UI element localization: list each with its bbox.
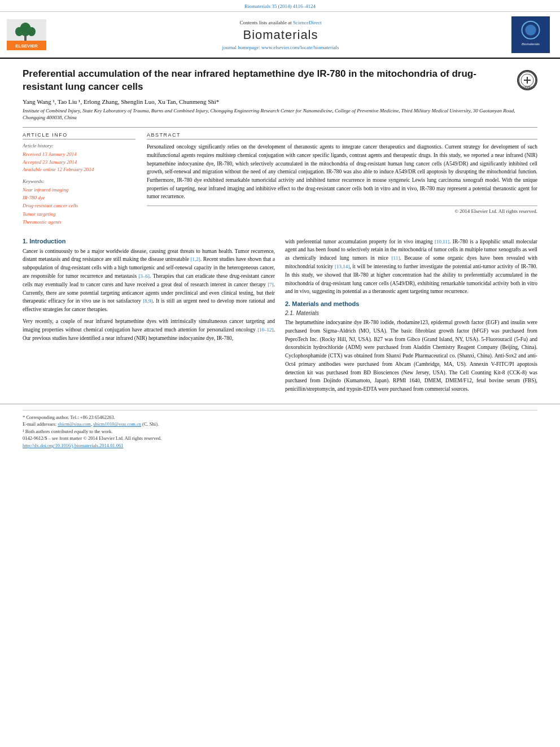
intro-col: 1. Introduction Cancer is continuously t… xyxy=(23,238,275,398)
crossmark-icon: CrossMark xyxy=(517,70,537,90)
materials-body: The heptamethine indocyanine dye IR-780 … xyxy=(285,318,537,393)
intro-heading: 1. Introduction xyxy=(23,238,275,244)
divider-top xyxy=(23,127,537,128)
keyword-theranostic: Theranostic agents xyxy=(23,218,135,226)
affiliation: Institute of Combined Injury, State Key … xyxy=(23,107,537,121)
title-row: Preferential accumulation of the near in… xyxy=(23,68,537,98)
journal-title: Biomaterials xyxy=(53,28,508,42)
sciencedirect-link[interactable]: ScienceDirect xyxy=(293,20,321,25)
materials-col: with preferential tumor accumulation pro… xyxy=(285,238,537,398)
history-label: Article history: xyxy=(23,143,135,148)
keyword-nir: Near infrared imaging xyxy=(23,186,135,194)
body-two-col: 1. Introduction Cancer is continuously t… xyxy=(23,238,537,398)
materials-heading: 2. Materials and methods xyxy=(285,300,537,307)
article-info-label: ARTICLE INFO xyxy=(23,132,135,139)
keywords-label: Keywords: xyxy=(23,178,135,184)
doi-footer: http://dx.doi.org/10.1016/j.biomaterials… xyxy=(23,443,537,448)
svg-text:Biomaterials: Biomaterials xyxy=(522,42,540,46)
article-title: Preferential accumulation of the near in… xyxy=(23,68,511,94)
elsevier-logo-svg: ELSEVIER xyxy=(7,19,46,50)
article-content: Preferential accumulation of the near in… xyxy=(0,59,560,232)
svg-text:CrossMark: CrossMark xyxy=(520,85,535,89)
keyword-tumor: Tumor targeting xyxy=(23,210,135,218)
email-link-2[interactable]: shicm1010@you.com.cn xyxy=(93,421,141,427)
abstract-col: ABSTRACT Personalized oncology significa… xyxy=(147,132,537,226)
ref-11: [11] xyxy=(392,255,400,261)
copyright-footer: 0142-9612/$ – see front matter © 2014 El… xyxy=(23,435,537,441)
copyright-line: © 2014 Elsevier Ltd. All rights reserved… xyxy=(147,206,537,214)
svg-point-4 xyxy=(28,27,36,36)
footnote-section: * Corresponding author. Tel.: +86 23 654… xyxy=(23,410,537,435)
materials-subheading: 2.1. Materials xyxy=(285,310,537,316)
keyword-list: Near infrared imaging IR-780 dye Drug-re… xyxy=(23,186,135,226)
top-bar: Biomaterials 35 (2014) 4116–4124 xyxy=(0,0,560,12)
email-note: E-mail addresses: shicm@sina.com, shicm1… xyxy=(23,421,537,428)
journal-homepage: journal homepage: www.elsevier.com/locat… xyxy=(53,45,508,50)
article-info-col: ARTICLE INFO Article history: Received 1… xyxy=(23,132,135,226)
ref-3-6: [3–6] xyxy=(139,273,150,279)
journal-header: ELSEVIER Contents lists available at Sci… xyxy=(0,12,560,59)
abstract-label: ABSTRACT xyxy=(147,132,537,139)
ref-7: [7] xyxy=(268,282,274,287)
intro-continued: with preferential tumor accumulation pro… xyxy=(285,238,537,296)
corresponding-note: * Corresponding author. Tel.: +86 23 654… xyxy=(23,414,537,421)
svg-text:ELSEVIER: ELSEVIER xyxy=(15,43,38,49)
crossmark-area: CrossMark xyxy=(517,70,537,90)
crossmark-svg: CrossMark xyxy=(518,71,536,89)
doi-link[interactable]: http://dx.doi.org/10.1016/j.biomaterials… xyxy=(23,443,124,448)
biomaterials-badge: Biomaterials xyxy=(511,16,550,53)
journal-badge-area: Biomaterials xyxy=(508,16,553,53)
ref-13-14: [13,14] xyxy=(335,264,349,269)
body-content: 1. Introduction Cancer is continuously t… xyxy=(0,232,560,404)
journal-header-center: Contents lists available at ScienceDirec… xyxy=(53,16,508,53)
email-link-1[interactable]: shicm@sina.com xyxy=(58,421,91,427)
intro-body: Cancer is continuously to be a major wor… xyxy=(23,247,275,343)
svg-point-9 xyxy=(525,25,536,36)
ref-10-12: [10–12] xyxy=(257,327,274,333)
svg-point-3 xyxy=(15,27,23,36)
keyword-ir780: IR-780 dye xyxy=(23,194,135,202)
ref-1-2: [1,2] xyxy=(191,256,200,262)
journal-citation: Biomaterials 35 (2014) 4116–4124 xyxy=(244,3,316,9)
received-date: Received 13 January 2014 Accepted 23 Jan… xyxy=(23,151,135,174)
keyword-drugresistant: Drug-resistant cancer cells xyxy=(23,202,135,209)
sciencedirect-line: Contents lists available at ScienceDirec… xyxy=(53,20,508,25)
page-wrapper: Biomaterials 35 (2014) 4116–4124 ELSEVIE… xyxy=(0,0,560,453)
equal-contrib-note: ¹ Both authors contributed equally to th… xyxy=(23,428,537,435)
abstract-text: Personalized oncology significantly reli… xyxy=(147,143,537,201)
elsevier-logo-area: ELSEVIER xyxy=(7,16,53,53)
article-info-abstract-cols: ARTICLE INFO Article history: Received 1… xyxy=(23,132,537,226)
footer-area: * Corresponding author. Tel.: +86 23 654… xyxy=(0,404,560,453)
ref-10-11: [10,11] xyxy=(435,239,449,244)
intro-heading-text: 1. Introduction xyxy=(23,238,65,244)
authors: Yang Wang ¹, Tao Liu ¹, Erlong Zhang, Sh… xyxy=(23,98,537,105)
ref-8-9: [8,9] xyxy=(143,298,152,304)
badge-svg: Biomaterials xyxy=(512,16,549,53)
